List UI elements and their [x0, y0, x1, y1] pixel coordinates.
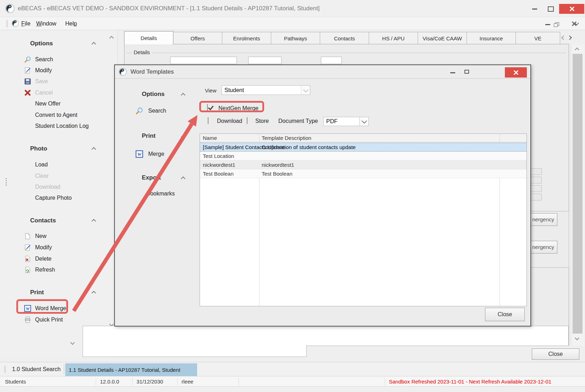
menu-item-file[interactable]: File — [21, 17, 30, 30]
store-checkbox[interactable] — [247, 117, 247, 124]
menu-bar: File Window Help — [0, 17, 585, 30]
tab-offers[interactable]: Offers — [173, 32, 222, 44]
mdi-minimize-button[interactable] — [545, 24, 550, 25]
close-button[interactable] — [559, 4, 584, 14]
status-date: 31/12/2030 — [136, 376, 163, 387]
section-collapse-print-icon[interactable] — [91, 291, 96, 295]
sidebar-item-quick-print[interactable]: Quick Print — [21, 314, 106, 325]
maximize-button[interactable] — [545, 4, 556, 13]
dialog-close-action-button[interactable]: Close — [485, 308, 525, 321]
table-row[interactable]: Test Boolean Test Boolean — [200, 169, 526, 178]
tab-pathways[interactable]: Pathways — [271, 32, 320, 44]
status-divider — [96, 378, 96, 386]
sidebar-scroll-up-icon[interactable] — [109, 36, 114, 40]
dialog-maximize-button[interactable] — [464, 70, 469, 74]
document-type-arrow[interactable] — [360, 117, 368, 126]
sidebar-item-clear[interactable]: Clear — [21, 171, 106, 182]
save-icon — [24, 78, 31, 85]
column-header-name[interactable]: Name — [203, 135, 217, 141]
app-logo-icon — [5, 4, 15, 13]
download-label: Download — [217, 118, 242, 124]
section-collapse-contacts-icon[interactable] — [91, 219, 96, 223]
dialog-section-export[interactable]: Export — [142, 174, 161, 181]
status-divider — [541, 378, 541, 386]
mdi-restore-button[interactable] — [554, 22, 559, 27]
column-header-description[interactable]: Template Description — [262, 135, 311, 141]
search-icon — [135, 107, 143, 115]
view-dropdown[interactable]: Student — [222, 85, 310, 95]
sidebar-item-contact-new[interactable]: New — [21, 231, 106, 242]
dialog-section-print[interactable]: Print — [142, 132, 156, 140]
sidebar-item-capture-photo[interactable]: Capture Photo — [21, 193, 106, 204]
dialog-item-bookmarks[interactable]: Bookmarks — [133, 188, 190, 199]
menu-grip[interactable] — [6, 20, 8, 27]
dialog-options-collapse-icon[interactable] — [181, 93, 185, 97]
bottom-tab-student-search[interactable]: 1.0 Student Search — [12, 362, 61, 376]
tab-insurance[interactable]: Insurance — [467, 32, 516, 44]
sidebar-item-load[interactable]: Load — [21, 159, 106, 170]
details-groupbox-line — [126, 53, 566, 53]
sidebar-item-modify[interactable]: Modify — [21, 65, 106, 76]
sidebar-item-download[interactable]: Download — [21, 182, 106, 193]
dialog-section-options[interactable]: Options — [142, 91, 165, 98]
dialog-export-collapse-icon[interactable] — [181, 176, 185, 181]
refresh-document-icon — [24, 266, 31, 273]
splitter-handle[interactable] — [6, 178, 7, 179]
menu-item-help[interactable]: Help — [65, 17, 77, 30]
status-sandbox-alert: Sandbox Refreshed 2023-11-01 - Next Refr… — [389, 376, 551, 387]
sidebar-item-search[interactable]: Search — [21, 54, 106, 65]
status-divider — [177, 378, 178, 386]
tab-visa-coe-caaw[interactable]: Visa/CoE CAAW — [418, 32, 467, 44]
edit-icon — [24, 67, 31, 74]
sidebar-item-contact-modify[interactable]: Modify — [21, 242, 106, 253]
sidebar-item-contact-refresh[interactable]: Refresh — [21, 265, 106, 275]
sidebar-item-contact-delete[interactable]: Delete — [21, 254, 106, 265]
scrollbar-thumb[interactable] — [573, 54, 583, 334]
section-header-options[interactable]: Options — [30, 40, 53, 47]
section-collapse-photo-icon[interactable] — [91, 147, 96, 152]
view-dropdown-arrow[interactable] — [301, 86, 310, 95]
dialog-close-button[interactable] — [505, 67, 527, 78]
tab-enrolments[interactable]: Enrolments — [222, 32, 271, 44]
section-header-contacts[interactable]: Contacts — [30, 217, 56, 224]
maximize-icon — [548, 6, 554, 12]
dialog-print-collapse-icon[interactable] — [181, 135, 185, 139]
sidebar-item-cancel[interactable]: Cancel — [21, 87, 106, 98]
store-label: Store — [255, 118, 269, 124]
section-collapse-options-icon[interactable] — [91, 42, 96, 46]
menu-item-window[interactable]: Window — [36, 17, 56, 30]
tab-scroll-right-icon[interactable] — [567, 35, 572, 40]
templates-table: Name Template Description [Sample] Stude… — [200, 133, 527, 306]
dialog-item-merge[interactable]: W Merge — [133, 149, 190, 160]
dialog-item-search[interactable]: Search — [133, 106, 190, 117]
document-type-dropdown[interactable]: PDF — [323, 117, 369, 126]
minimize-button[interactable] — [529, 4, 540, 13]
tab-details-active[interactable]: Details — [124, 31, 173, 44]
sidebar-overflow-chevron-icon[interactable] — [70, 340, 75, 345]
tab-hs-apu[interactable]: HS / APU — [369, 32, 418, 44]
table-row[interactable]: Test Location — [200, 152, 526, 160]
scroll-up-icon[interactable] — [575, 47, 579, 52]
main-close-button[interactable]: Close — [532, 348, 579, 360]
app-window: eBECAS - eBECAS VET DEMO - SANDBOX ENVIR… — [0, 0, 585, 392]
sidebar-item-convert-to-agent[interactable]: Convert to Agent — [21, 110, 106, 121]
bottom-tab-student-details-active[interactable]: 1.1 Student Details - AP10287 Tutorial, … — [65, 363, 197, 376]
main-scrollbar[interactable] — [571, 45, 584, 346]
tab-ve-truncated[interactable]: VE — [516, 32, 560, 44]
table-row-selected[interactable]: [Sample] Student Contacts Update Confirm… — [200, 143, 526, 152]
sidebar-item-student-location-log[interactable]: Student Location Log — [21, 121, 110, 132]
section-header-print[interactable]: Print — [30, 289, 44, 296]
scroll-down-icon[interactable] — [575, 336, 579, 340]
table-row[interactable]: nickwordtest1 nickwordtest1 — [200, 160, 526, 169]
dialog-title-bar[interactable]: Word Templates — [115, 65, 530, 79]
section-header-photo[interactable]: Photo — [30, 145, 47, 152]
download-checkbox[interactable] — [208, 117, 208, 124]
table-header-row: Name Template Description — [200, 134, 526, 142]
details-groupbox-label: Details — [132, 49, 152, 55]
dialog-minimize-button[interactable] — [450, 72, 455, 73]
sidebar-item-save[interactable]: Save — [21, 76, 106, 87]
sidebar-item-new-offer[interactable]: New Offer — [21, 98, 106, 109]
tab-scroll-left-icon[interactable] — [561, 35, 566, 40]
tab-bar-grip[interactable] — [4, 366, 6, 373]
tab-contacts[interactable]: Contacts — [320, 32, 369, 44]
